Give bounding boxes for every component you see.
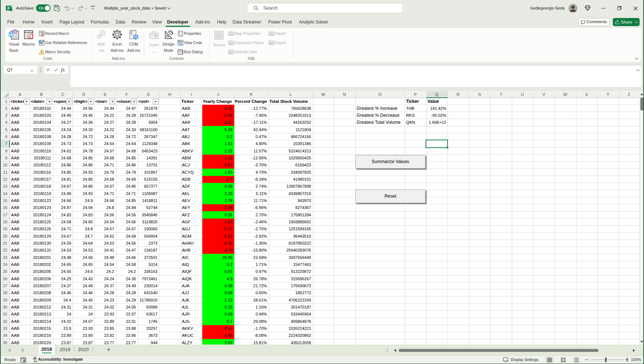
svg-text:X: X (7, 6, 10, 10)
